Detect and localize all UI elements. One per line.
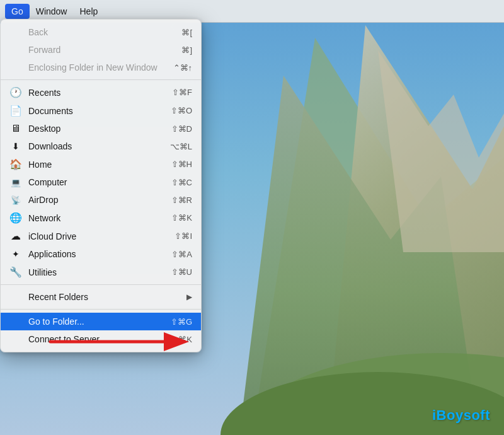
watermark-suffix: Boysoft <box>437 407 490 423</box>
menu-label-enclosing: Enclosing Folder in New Window <box>28 62 158 72</box>
menu-item-desktop[interactable]: 🖥 Desktop ⇧⌘D <box>1 120 201 137</box>
shortcut-enclosing: ⌃⌘↑ <box>173 63 193 72</box>
menu-item-icloud[interactable]: ☁ iCloud Drive ⇧⌘I <box>1 227 201 245</box>
menu-item-home[interactable]: 🏠 Home ⇧⌘H <box>1 155 201 173</box>
menu-label-back: Back <box>28 27 48 37</box>
menu-item-documents[interactable]: 📄 Documents ⇧⌘O <box>1 102 201 120</box>
menu-label-downloads: Downloads <box>28 141 72 151</box>
menu-label-connect-server: Connect to Server... <box>28 334 106 344</box>
computer-icon: 💻 <box>9 178 22 187</box>
menu-label-recent-folders: Recent Folders <box>28 292 88 302</box>
menu-label-applications: Applications <box>28 249 76 259</box>
divider-3 <box>1 309 201 310</box>
go-menu-dropdown: Back ⌘[ Forward ⌘] Enclosing Folder in N… <box>0 19 202 352</box>
menu-label-utilities: Utilities <box>28 267 57 277</box>
iboysoft-watermark: iBoysoft <box>432 407 490 424</box>
menu-item-goto-folder[interactable]: Go to Folder... ⇧⌘G <box>1 313 201 330</box>
menu-label-home: Home <box>28 160 52 170</box>
shortcut-recents: ⇧⌘F <box>172 88 192 97</box>
shortcut-airdrop: ⇧⌘R <box>171 195 192 205</box>
menubar-go[interactable]: Go <box>5 4 30 19</box>
menu-item-airdrop[interactable]: 📡 AirDrop ⇧⌘R <box>1 191 201 209</box>
divider-1 <box>1 79 201 80</box>
menu-label-computer: Computer <box>28 177 67 187</box>
recents-icon: 🕐 <box>9 86 22 98</box>
menu-label-airdrop: AirDrop <box>28 195 58 205</box>
menu-item-recents[interactable]: 🕐 Recents ⇧⌘F <box>1 83 201 102</box>
shortcut-connect-server: ⌘K <box>178 335 192 344</box>
menu-label-network: Network <box>28 213 60 223</box>
menu-label-forward: Forward <box>28 45 60 55</box>
menubar-window[interactable]: Window <box>30 4 74 19</box>
airdrop-icon: 📡 <box>9 195 22 205</box>
home-icon: 🏠 <box>9 158 22 170</box>
divider-2 <box>1 284 201 285</box>
menu-item-network[interactable]: 🌐 Network ⇧⌘K <box>1 209 201 227</box>
menu-item-forward[interactable]: Forward ⌘] <box>1 41 201 59</box>
downloads-icon: ⬇ <box>9 141 22 151</box>
menu-label-icloud: iCloud Drive <box>28 231 76 241</box>
menu-label-goto-folder: Go to Folder... <box>28 316 84 327</box>
shortcut-computer: ⇧⌘C <box>171 178 192 187</box>
shortcut-goto-folder: ⇧⌘G <box>171 317 192 327</box>
menu-item-applications[interactable]: ✦ Applications ⇧⌘A <box>1 245 201 263</box>
icloud-icon: ☁ <box>9 230 22 242</box>
menu-item-connect-server[interactable]: Connect to Server... ⌘K <box>1 330 201 348</box>
menu-label-documents: Documents <box>28 106 73 116</box>
shortcut-icloud: ⇧⌘I <box>175 231 192 241</box>
shortcut-network: ⇧⌘K <box>171 213 192 223</box>
shortcut-home: ⇧⌘H <box>171 160 192 169</box>
menu-item-downloads[interactable]: ⬇ Downloads ⌥⌘L <box>1 137 201 155</box>
desktop-icon: 🖥 <box>9 123 22 134</box>
shortcut-documents: ⇧⌘O <box>171 106 192 115</box>
shortcut-applications: ⇧⌘A <box>171 250 192 259</box>
applications-icon: ✦ <box>9 249 22 259</box>
menu-item-enclosing[interactable]: Enclosing Folder in New Window ⌃⌘↑ <box>1 59 201 76</box>
shortcut-downloads: ⌥⌘L <box>170 142 192 151</box>
shortcut-back: ⌘[ <box>181 28 192 37</box>
menu-item-back[interactable]: Back ⌘[ <box>1 23 201 41</box>
menu-item-utilities[interactable]: 🔧 Utilities ⇧⌘U <box>1 263 201 281</box>
utilities-icon: 🔧 <box>9 266 22 278</box>
network-icon: 🌐 <box>9 212 22 224</box>
documents-icon: 📄 <box>9 105 22 117</box>
watermark-prefix: i <box>432 407 437 423</box>
shortcut-desktop: ⇧⌘D <box>171 124 192 134</box>
menubar-help[interactable]: Help <box>73 4 104 19</box>
shortcut-utilities: ⇧⌘U <box>171 267 192 277</box>
menu-item-recent-folders[interactable]: Recent Folders ▶ <box>1 288 201 306</box>
menu-label-recents: Recents <box>28 88 60 98</box>
menu-item-computer[interactable]: 💻 Computer ⇧⌘C <box>1 173 201 191</box>
submenu-arrow: ▶ <box>186 293 192 301</box>
shortcut-forward: ⌘] <box>181 45 192 55</box>
menu-label-desktop: Desktop <box>28 124 60 134</box>
